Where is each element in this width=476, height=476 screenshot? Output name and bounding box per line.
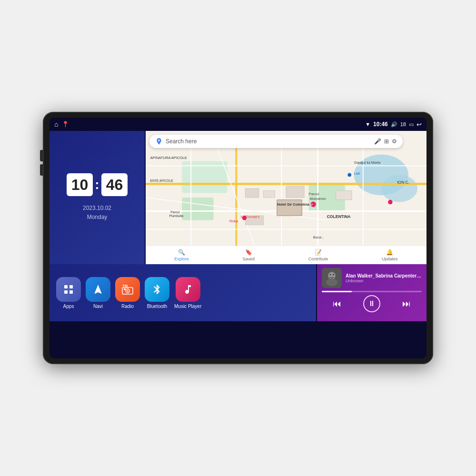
navi-label: Navi	[93, 304, 103, 309]
svg-text:FM: FM	[123, 284, 128, 288]
status-time: 10:46	[373, 121, 388, 128]
map-search-text: Search here	[166, 138, 371, 145]
radio-label: Radio	[121, 304, 134, 309]
svg-text:ION C.: ION C.	[397, 180, 409, 185]
clock-date-value: 2023.10.02	[83, 204, 111, 213]
map-search-bar[interactable]: Search here 🎤 ⊞ ⚙	[149, 135, 403, 148]
svg-rect-19	[286, 186, 304, 198]
app-icon-music[interactable]: Music Player	[174, 277, 201, 309]
svg-rect-18	[263, 191, 275, 198]
music-title: Alan Walker_Sabrina Carpenter_F...	[346, 273, 422, 278]
clock-separator: :	[95, 178, 99, 191]
top-section: 10 : 46 2023.10.02 Monday	[50, 131, 426, 264]
map-bottom-bar: 🔍 Explore 🔖 Saved 📝 Contribute	[146, 246, 426, 264]
svg-text:Motodrom: Motodrom	[309, 197, 326, 201]
home-icon[interactable]: ⌂	[54, 120, 58, 128]
svg-text:APINATURA APICOLE: APINATURA APICOLE	[150, 156, 187, 160]
svg-text:Garajul lui Mortu: Garajul lui Mortu	[354, 160, 381, 165]
status-right-icons: ▼ 10:46 🔊 18 ▭ ↩	[365, 121, 422, 128]
location-icon[interactable]: 📍	[62, 121, 69, 128]
svg-point-39	[347, 173, 351, 177]
wifi-icon: ▼	[365, 121, 370, 127]
contribute-icon: 📝	[315, 249, 322, 256]
main-content: 10 : 46 2023.10.02 Monday	[50, 131, 426, 358]
svg-rect-17	[245, 188, 259, 198]
clock-hour-block: 10	[67, 173, 93, 196]
svg-rect-43	[64, 285, 68, 288]
status-bar: ⌂ 📍 ▼ 10:46 🔊 18 ▭ ↩	[50, 118, 426, 131]
app-icon-navi[interactable]: Navi	[86, 277, 110, 309]
radio-icon-bg: FM	[115, 277, 140, 302]
music-info: Alan Walker_Sabrina Carpenter_F... Unkno…	[322, 268, 422, 288]
apps-icon-bg	[56, 277, 81, 302]
updates-label: Updates	[382, 257, 398, 261]
music-progress-bar[interactable]	[322, 291, 422, 292]
map-layers-icon[interactable]: ⊞	[384, 138, 389, 145]
map-updates-tab[interactable]: 🔔 Updates	[382, 249, 398, 261]
next-track-button[interactable]: ⏭	[402, 299, 411, 309]
explore-label: Explore	[174, 257, 189, 261]
app-icon-radio[interactable]: FM Radio	[115, 277, 140, 309]
map-background: APINATURA APICOLE ENTE APICOLE Hotel Sir…	[146, 131, 426, 264]
music-player-widget: Alan Walker_Sabrina Carpenter_F... Unkno…	[317, 264, 426, 321]
app-icon-bluetooth[interactable]: Bluetooth	[145, 277, 169, 309]
clock-display: 10 : 46	[67, 173, 128, 196]
svg-text:P: P	[311, 203, 313, 207]
svg-text:ENTE APICOLE: ENTE APICOLE	[150, 179, 174, 182]
car-head-unit: ⌂ 📍 ▼ 10:46 🔊 18 ▭ ↩ 10	[43, 112, 433, 364]
clock-minute: 46	[106, 176, 123, 193]
clock-day-value: Monday	[83, 213, 111, 222]
app-icon-apps[interactable]: Apps	[56, 277, 81, 309]
svg-rect-20	[336, 191, 352, 200]
svg-text:COLENTINA: COLENTINA	[327, 214, 351, 219]
rst-button[interactable]	[40, 164, 43, 176]
map-search-right: 🎤 ⊞ ⚙	[374, 138, 397, 145]
svg-point-57	[333, 274, 334, 276]
music-controls: ⏮ ⏸ ⏭	[322, 295, 422, 312]
svg-text:Parcul: Parcul	[309, 192, 319, 196]
navi-icon-bg	[86, 277, 110, 302]
svg-text:Plumbuita: Plumbuita	[169, 214, 183, 218]
svg-text:Parcul: Parcul	[170, 210, 179, 214]
svg-rect-50	[124, 288, 126, 290]
svg-rect-45	[64, 290, 68, 294]
saved-icon: 🔖	[245, 249, 252, 256]
bluetooth-label: Bluetooth	[147, 304, 167, 309]
screen: ⌂ 📍 ▼ 10:46 🔊 18 ▭ ↩ 10	[50, 118, 426, 358]
voice-search-icon[interactable]: 🎤	[374, 138, 381, 145]
svg-rect-4	[182, 198, 214, 220]
svg-rect-46	[69, 290, 73, 294]
svg-text:Lidl: Lidl	[354, 171, 360, 176]
saved-label: Saved	[243, 257, 255, 261]
back-icon[interactable]: ↩	[416, 121, 422, 128]
map-saved-tab[interactable]: 🔖 Saved	[243, 249, 255, 261]
svg-point-37	[242, 216, 247, 220]
map-contribute-tab[interactable]: 📝 Contribute	[308, 249, 328, 261]
bottom-section: Apps Navi	[50, 264, 426, 321]
svg-point-54	[326, 278, 337, 286]
apps-label: Apps	[63, 304, 74, 309]
music-artist: Unknown	[346, 278, 422, 283]
svg-point-40	[388, 200, 393, 205]
music-progress-fill	[322, 291, 352, 292]
clock-minute-block: 46	[101, 173, 128, 196]
clock-hour: 10	[71, 176, 89, 193]
side-buttons	[40, 150, 43, 176]
map-settings-icon[interactable]: ⚙	[392, 138, 397, 145]
clock-date: 2023.10.02 Monday	[83, 204, 111, 222]
map-explore-tab[interactable]: 🔍 Explore	[174, 249, 189, 261]
contribute-label: Contribute	[308, 257, 328, 261]
svg-rect-44	[69, 285, 73, 288]
battery-icon: ▭	[409, 121, 414, 128]
svg-point-56	[330, 274, 331, 276]
music-icon-bg	[176, 277, 200, 302]
volume-icon: 🔊	[391, 121, 397, 128]
mic-button[interactable]	[40, 150, 43, 161]
play-pause-button[interactable]: ⏸	[363, 295, 380, 312]
bluetooth-icon-bg	[145, 277, 169, 302]
prev-track-button[interactable]: ⏮	[333, 299, 341, 309]
svg-text:Hotel Sir Colentina: Hotel Sir Colentina	[277, 202, 310, 207]
updates-icon: 🔔	[386, 249, 393, 256]
music-text: Alan Walker_Sabrina Carpenter_F... Unkno…	[346, 273, 422, 283]
map-widget[interactable]: APINATURA APICOLE ENTE APICOLE Hotel Sir…	[146, 131, 426, 264]
